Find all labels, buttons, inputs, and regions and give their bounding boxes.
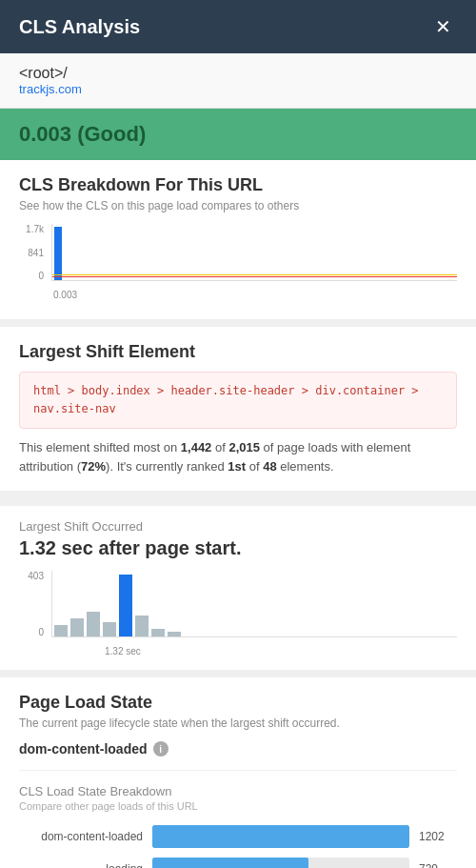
breakdown-subtitle: Compare other page loads of this URL	[19, 800, 457, 812]
timing-bar-7	[168, 632, 181, 637]
cls-chart-area	[51, 224, 457, 281]
timing-y-top: 403	[28, 571, 44, 581]
breakdown-bar-rows: dom-content-loaded1202loading729dom-inte…	[19, 825, 457, 868]
chart-y-axis: 1.7k 841 0	[19, 224, 48, 281]
largest-shift-element-title: Largest Shift Element	[19, 342, 457, 362]
cls-breakdown-section: CLS Breakdown For This URL See how the C…	[0, 160, 476, 327]
section-divider-2	[0, 670, 476, 677]
timing-y-bot: 0	[38, 627, 44, 637]
timing-bar-6	[151, 629, 165, 636]
modal-title: CLS Analysis	[19, 16, 140, 38]
page-load-state-subtitle: The current page lifecycle state when th…	[19, 717, 457, 730]
score-section: 0.003 (Good)	[0, 109, 476, 160]
red-threshold-line	[52, 276, 457, 277]
bar-fill-1	[152, 858, 308, 868]
divider-light	[19, 770, 457, 771]
timing-bar-5	[135, 616, 149, 636]
bar-track-0	[152, 825, 409, 848]
url-domain: trackjs.com	[19, 82, 457, 96]
section-divider-1	[0, 498, 476, 506]
bar-fill-0	[152, 825, 409, 848]
bar-label-0: dom-content-loaded	[19, 830, 143, 843]
x-label-cls: 0.003	[53, 290, 77, 300]
page-load-state-section: Page Load State The current page lifecyc…	[0, 677, 476, 868]
timing-bar-3	[103, 622, 116, 636]
shift-occurred-label: Largest Shift Occurred	[19, 519, 457, 534]
cls-breakdown-title: CLS Breakdown For This URL	[19, 175, 457, 195]
largest-shift-element-section: Largest Shift Element html > body.index …	[0, 327, 476, 498]
close-button[interactable]: ✕	[429, 15, 457, 38]
state-name: dom-content-loaded	[19, 741, 148, 757]
timing-y-axis: 403 0	[19, 571, 48, 637]
y-label-top: 1.7k	[26, 224, 44, 234]
bar-track-1	[152, 858, 409, 868]
timing-chart-area	[51, 571, 457, 637]
yellow-threshold-line	[52, 274, 457, 275]
bar-row-0: dom-content-loaded1202	[19, 825, 457, 848]
info-icon[interactable]: i	[153, 741, 169, 757]
cls-breakdown-chart: 1.7k 841 0 0.003	[19, 224, 457, 300]
bar-row-1: loading729	[19, 858, 457, 868]
cls-breakdown-subtitle: See how the CLS on this page load compar…	[19, 199, 457, 212]
url-root: <root>/	[19, 65, 457, 82]
element-path-box: html > body.index > header.site-header >…	[19, 372, 457, 429]
timing-bar-1	[70, 618, 84, 636]
shift-element-description: This element shifted most on 1,442 of 2,…	[19, 438, 457, 475]
state-value-row: dom-content-loaded i	[19, 741, 457, 757]
largest-shift-occurred-section: Largest Shift Occurred 1.32 sec after pa…	[0, 506, 476, 670]
bar-count-1: 729	[419, 862, 457, 868]
shift-occurred-value: 1.32 sec after page start.	[19, 537, 457, 559]
bar-label-1: loading	[19, 862, 143, 868]
timing-x-label: 1.32 sec	[105, 646, 141, 656]
bar-count-0: 1202	[419, 830, 457, 843]
y-label-bot: 0	[38, 271, 44, 281]
modal-header: CLS Analysis ✕	[0, 0, 476, 53]
breakdown-title: CLS Load State Breakdown	[19, 784, 457, 798]
url-section: <root>/ trackjs.com	[0, 53, 476, 109]
y-label-mid: 841	[28, 248, 44, 258]
cls-bar	[54, 227, 62, 280]
timing-chart: 403 0 1.32 sec	[19, 571, 457, 656]
element-path-line1: html > body.index > header.site-header >…	[33, 384, 419, 397]
element-path-line2: nav.site-nav	[33, 402, 116, 415]
timing-bar-2	[87, 612, 100, 636]
page-load-state-title: Page Load State	[19, 693, 457, 713]
timing-bar-0	[54, 625, 68, 636]
timing-bar-4	[119, 575, 132, 637]
score-value: 0.003 (Good)	[19, 122, 457, 147]
